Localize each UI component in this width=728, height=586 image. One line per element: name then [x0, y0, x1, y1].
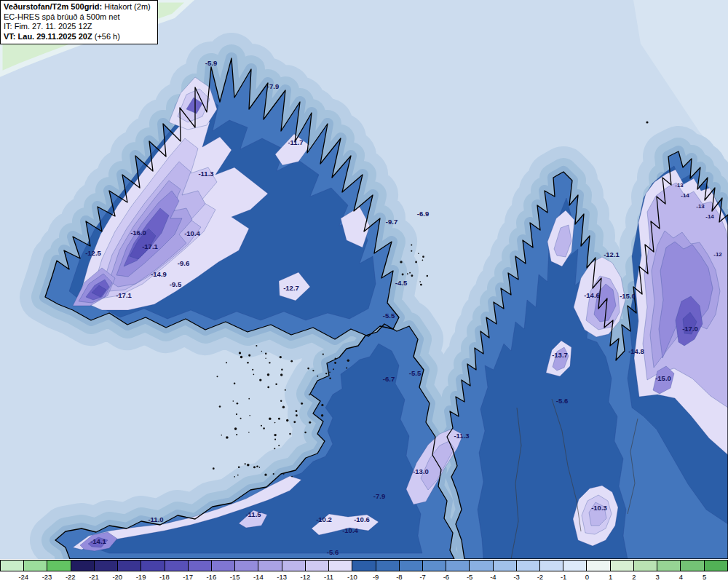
island-dot [282, 406, 285, 408]
colorbar-cell [235, 561, 258, 571]
colorbar-tick: -12 [300, 573, 310, 581]
island-dot [400, 261, 402, 263]
weather-map: -5.9-7.9-11.7-11.3-9.7-6.9-16.0-10.4-17.… [0, 0, 728, 559]
temp-label: -14 [705, 213, 714, 220]
island-dot [237, 403, 239, 405]
island-dot [261, 351, 262, 352]
temp-label: -15.0 [620, 292, 636, 300]
island-dot [296, 414, 298, 416]
colorbar-cell [634, 561, 657, 571]
island-dot [312, 370, 314, 371]
temp-label: -10.4 [184, 229, 200, 237]
island-dot [247, 464, 250, 467]
island-dot [293, 421, 296, 423]
colorbar-tick: 0 [585, 573, 589, 581]
island-dot [411, 244, 412, 245]
island-dot [290, 360, 293, 363]
product-subtitle: Hitakort (2m) [102, 2, 151, 11]
island-dot [334, 362, 336, 364]
island-dot [269, 418, 272, 421]
colorbar-cell [611, 561, 634, 571]
island-dot [274, 422, 276, 424]
colorbar-tick: 2 [632, 573, 636, 581]
island-dot [226, 362, 227, 363]
colorbar-tick: 5 [703, 573, 706, 581]
island-dot [280, 356, 282, 358]
island-dot [234, 476, 235, 478]
colorbar-cell [329, 561, 352, 571]
island-dot [301, 403, 303, 405]
temp-label: -11.5 [245, 510, 261, 518]
colorbar-cell [705, 561, 727, 571]
island-dot [281, 368, 282, 370]
island-dot [333, 368, 334, 370]
colorbar-tick: -22 [66, 573, 76, 581]
init-time-line: IT: Fim. 27. 11. 2025 12Z [4, 22, 151, 32]
colorbar-tick: -2 [537, 573, 543, 581]
island-dot [283, 474, 284, 475]
temp-label: -10.2 [316, 515, 332, 523]
colorbar-cell [24, 561, 47, 571]
temp-label: -10.6 [354, 515, 370, 523]
island-dot [427, 275, 428, 277]
temp-label: -10.3 [591, 504, 607, 512]
island-dot [256, 466, 258, 468]
island-dot [252, 369, 253, 371]
island-dot [237, 475, 239, 476]
temp-label: -14.1 [90, 537, 106, 545]
colorbar-tick: -7 [419, 573, 425, 581]
temp-label: -6.9 [417, 210, 429, 218]
temp-label: -13 [696, 203, 705, 210]
island-dot [309, 421, 311, 424]
island-dot [286, 419, 288, 421]
temp-label: -5.6 [556, 397, 568, 405]
island-dot [256, 345, 257, 347]
colorbar-tick: -21 [89, 573, 99, 581]
temp-label: -16.0 [130, 229, 146, 237]
colorbar-tick: -24 [18, 573, 28, 581]
colorbar-cell [189, 561, 212, 571]
colorbar-tick: 4 [679, 573, 683, 581]
temp-label: -7.9 [267, 82, 279, 90]
island-dot [274, 448, 275, 449]
island-dot [346, 367, 347, 368]
valid-time-line: VT: Lau. 29.11.2025 20Z (+56 h) [4, 32, 151, 42]
temp-label: -15.0 [655, 374, 671, 382]
colorbar-cell [118, 561, 141, 571]
colorbar-tick: -19 [136, 573, 146, 581]
temp-label: -4.5 [395, 279, 408, 287]
island-dot [233, 400, 234, 402]
colorbar-tick: -15 [230, 573, 240, 581]
island-dot [274, 439, 276, 440]
island-dot [240, 418, 242, 419]
temp-label: -12.1 [604, 250, 620, 258]
island-dot [274, 434, 276, 436]
island-dot [304, 432, 306, 434]
island-dot [329, 371, 331, 373]
colorbar-cell [141, 561, 165, 571]
island-dot [415, 261, 417, 264]
island-dot [221, 435, 223, 436]
valid-time: VT: Lau. 29.11.2025 20Z [4, 32, 92, 41]
island-dot [329, 377, 331, 379]
temp-label: -17.1 [142, 242, 158, 250]
temp-label: -14.9 [151, 270, 167, 278]
island-dot [247, 362, 248, 363]
colorbar-cell [352, 561, 376, 571]
island-dot [248, 398, 250, 400]
colorbar-tick: -10 [347, 573, 357, 581]
temp-label: -14 [681, 192, 689, 199]
colorbar-cell [657, 561, 681, 571]
temp-label: -13.7 [552, 351, 568, 359]
colorbar-tick: -3 [513, 573, 519, 581]
colorbar-cell [681, 561, 704, 571]
colorbar-cell [1, 561, 24, 571]
product-title: Veðurstofan/T2m 500grid: [4, 2, 102, 11]
island-dot [226, 436, 229, 439]
temp-label: -12.5 [85, 249, 101, 257]
temp-label: -13.0 [413, 467, 429, 475]
colorbar-cell [563, 561, 587, 571]
colorbar-tick: -20 [112, 573, 122, 581]
island-dot [411, 250, 412, 252]
colorbar-tick: -14 [253, 573, 264, 581]
